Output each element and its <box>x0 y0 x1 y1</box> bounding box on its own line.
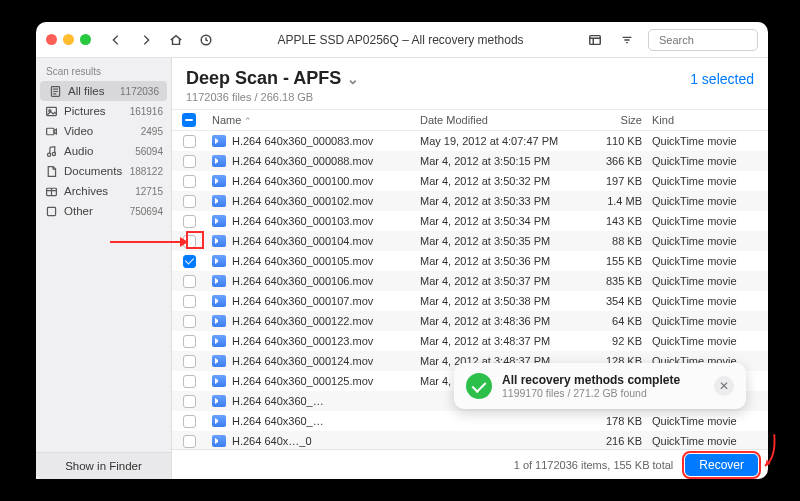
row-checkbox[interactable] <box>183 295 196 308</box>
file-date: Mar 4, 2012 at 3:48:37 PM <box>420 335 580 347</box>
file-name: H.264 640x360_000106.mov <box>232 275 373 287</box>
sidebar-item-count: 56094 <box>135 146 163 157</box>
row-checkbox[interactable] <box>183 235 196 248</box>
movie-file-icon <box>212 355 226 367</box>
filter-button[interactable] <box>616 29 638 51</box>
table-row[interactable]: H.264 640x360_000123.movMar 4, 2012 at 3… <box>172 331 768 351</box>
archive-icon <box>44 184 58 198</box>
table-row[interactable]: H.264 640x360_000088.movMar 4, 2012 at 3… <box>172 151 768 171</box>
row-checkbox[interactable] <box>183 275 196 288</box>
movie-file-icon <box>212 255 226 267</box>
file-date: Mar 4, 2012 at 3:50:38 PM <box>420 295 580 307</box>
file-name: H.264 640x360_000122.mov <box>232 315 373 327</box>
table-row[interactable]: H.264 640x360_000103.movMar 4, 2012 at 3… <box>172 211 768 231</box>
row-checkbox[interactable] <box>183 415 196 428</box>
toast-title: All recovery methods complete <box>502 373 704 387</box>
row-checkbox[interactable] <box>183 395 196 408</box>
other-icon <box>44 204 58 218</box>
sidebar-item-pictures[interactable]: Pictures161916 <box>36 101 171 121</box>
movie-file-icon <box>212 375 226 387</box>
table-row[interactable]: H.264 640x360_000107.movMar 4, 2012 at 3… <box>172 291 768 311</box>
file-size: 155 KB <box>580 255 652 267</box>
file-size: 92 KB <box>580 335 652 347</box>
select-all-checkbox[interactable] <box>182 113 196 127</box>
file-name: H.264 640x360_000125.mov <box>232 375 373 387</box>
file-name: H.264 640x360_000103.mov <box>232 215 373 227</box>
footer-bar: 1 of 1172036 items, 155 KB total Recover <box>172 449 768 479</box>
table-row[interactable]: H.264 640x…_0216 KBQuickTime movie <box>172 431 768 449</box>
forward-button[interactable] <box>135 29 157 51</box>
sidebar-item-label: Audio <box>64 145 129 157</box>
column-date[interactable]: Date Modified <box>420 114 580 126</box>
row-checkbox[interactable] <box>183 335 196 348</box>
row-checkbox[interactable] <box>183 195 196 208</box>
search-field[interactable] <box>648 29 758 51</box>
file-name: H.264 640x360_… <box>232 395 324 407</box>
search-input[interactable] <box>659 34 797 46</box>
recovery-complete-toast: All recovery methods complete 1199170 fi… <box>454 363 746 409</box>
minimize-window-button[interactable] <box>63 34 74 45</box>
table-row[interactable]: H.264 640x360_000100.movMar 4, 2012 at 3… <box>172 171 768 191</box>
sidebar-item-label: Documents <box>64 165 124 177</box>
window-controls <box>46 34 91 45</box>
sidebar-item-documents[interactable]: Documents188122 <box>36 161 171 181</box>
file-name: H.264 640x360_000102.mov <box>232 195 373 207</box>
file-size: 1.4 MB <box>580 195 652 207</box>
sidebar-item-other[interactable]: Other750694 <box>36 201 171 221</box>
picture-icon <box>44 104 58 118</box>
history-button[interactable] <box>195 29 217 51</box>
row-checkbox[interactable] <box>183 215 196 228</box>
audio-icon <box>44 144 58 158</box>
files-icon <box>48 84 62 98</box>
table-row[interactable]: H.264 640x360_000106.movMar 4, 2012 at 3… <box>172 271 768 291</box>
scan-title-dropdown[interactable]: Deep Scan - APFS ⌄ <box>186 68 359 89</box>
table-row[interactable]: H.264 640x360_000102.movMar 4, 2012 at 3… <box>172 191 768 211</box>
file-name: H.264 640x360_000088.mov <box>232 155 373 167</box>
file-date: Mar 4, 2012 at 3:50:37 PM <box>420 275 580 287</box>
toolbar: APPLE SSD AP0256Q – All recovery methods <box>36 22 768 58</box>
table-row[interactable]: H.264 640x360_000104.movMar 4, 2012 at 3… <box>172 231 768 251</box>
row-checkbox[interactable] <box>183 375 196 388</box>
table-row[interactable]: H.264 640x360_000122.movMar 4, 2012 at 3… <box>172 311 768 331</box>
row-checkbox[interactable] <box>183 355 196 368</box>
home-button[interactable] <box>165 29 187 51</box>
recover-button[interactable]: Recover <box>685 454 758 476</box>
column-kind[interactable]: Kind <box>652 114 762 126</box>
row-checkbox[interactable] <box>183 175 196 188</box>
file-kind: QuickTime movie <box>652 335 762 347</box>
file-kind: QuickTime movie <box>652 315 762 327</box>
zoom-window-button[interactable] <box>80 34 91 45</box>
sidebar-item-video[interactable]: Video2495 <box>36 121 171 141</box>
sidebar-item-archives[interactable]: Archives12715 <box>36 181 171 201</box>
toast-close-button[interactable]: ✕ <box>714 376 734 396</box>
sidebar-item-count: 161916 <box>130 106 163 117</box>
file-kind: QuickTime movie <box>652 415 762 427</box>
table-row[interactable]: H.264 640x360_000083.movMay 19, 2012 at … <box>172 131 768 151</box>
file-name: H.264 640x360_000123.mov <box>232 335 373 347</box>
column-name[interactable]: Name⌃ <box>206 114 420 126</box>
table-row[interactable]: H.264 640x360_…178 KBQuickTime movie <box>172 411 768 431</box>
file-size: 354 KB <box>580 295 652 307</box>
file-kind: QuickTime movie <box>652 215 762 227</box>
row-checkbox[interactable] <box>183 135 196 148</box>
file-kind: QuickTime movie <box>652 235 762 247</box>
file-date: Mar 4, 2012 at 3:48:36 PM <box>420 315 580 327</box>
row-checkbox[interactable] <box>183 155 196 168</box>
row-checkbox[interactable] <box>183 435 196 448</box>
movie-file-icon <box>212 295 226 307</box>
sidebar-item-all-files[interactable]: All files1172036 <box>40 81 167 101</box>
column-size[interactable]: Size <box>580 114 652 126</box>
sidebar-item-audio[interactable]: Audio56094 <box>36 141 171 161</box>
movie-file-icon <box>212 155 226 167</box>
row-checkbox[interactable] <box>183 315 196 328</box>
file-name: H.264 640x360_000124.mov <box>232 355 373 367</box>
back-button[interactable] <box>105 29 127 51</box>
sidebar-item-label: Video <box>64 125 135 137</box>
row-checkbox[interactable] <box>183 255 196 268</box>
movie-file-icon <box>212 235 226 247</box>
close-window-button[interactable] <box>46 34 57 45</box>
sidebar-item-label: Pictures <box>64 105 124 117</box>
show-in-finder-button[interactable]: Show in Finder <box>36 453 171 479</box>
table-row[interactable]: H.264 640x360_000105.movMar 4, 2012 at 3… <box>172 251 768 271</box>
view-mode-button[interactable] <box>584 29 606 51</box>
